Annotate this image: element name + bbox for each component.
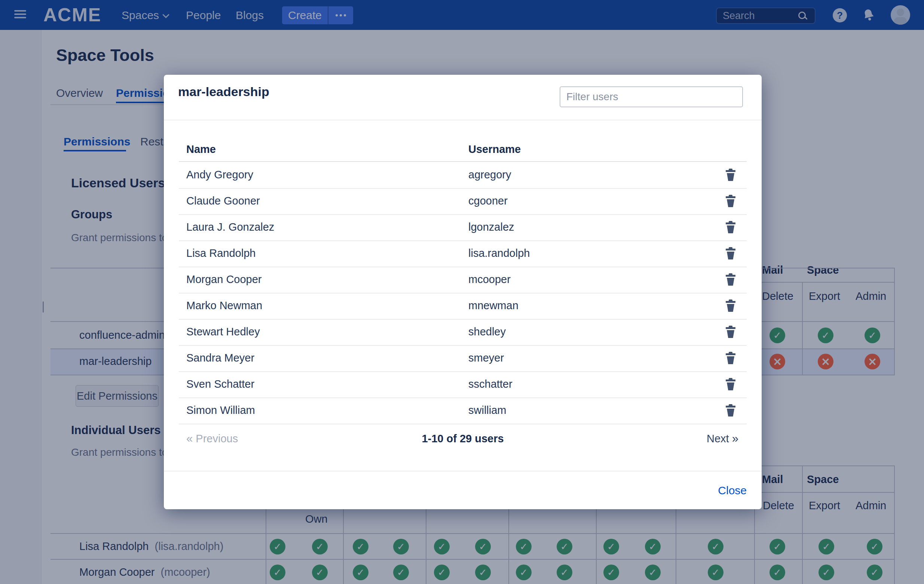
- remove-user-trash-icon[interactable]: [725, 221, 736, 234]
- column-header-name: Name: [186, 143, 216, 156]
- user-username: mcooper: [469, 267, 511, 292]
- user-row: Stewart Hedleyshedley: [179, 319, 747, 346]
- remove-user-trash-icon[interactable]: [725, 404, 736, 417]
- user-username: agregory: [469, 162, 511, 187]
- filter-users-input[interactable]: [559, 86, 743, 107]
- user-name: Sandra Meyer: [186, 345, 254, 370]
- user-name: Andy Gregory: [186, 162, 253, 187]
- user-row: Sven Schattersschatter: [179, 371, 747, 398]
- user-username: mnewman: [469, 293, 518, 318]
- user-username: shedley: [469, 319, 506, 344]
- dialog-footer-divider: [164, 471, 762, 472]
- remove-user-trash-icon[interactable]: [725, 195, 736, 207]
- user-username: cgooner: [469, 188, 508, 214]
- dialog-title: mar-leadership: [178, 84, 269, 99]
- dialog-header-divider: [164, 120, 762, 120]
- user-name: Stewart Hedley: [186, 319, 260, 344]
- user-name: Simon William: [186, 397, 255, 423]
- user-row: Simon Williamswilliam: [179, 397, 747, 424]
- remove-user-trash-icon[interactable]: [725, 378, 736, 391]
- user-name: Sven Schatter: [186, 371, 254, 397]
- user-username: swilliam: [469, 397, 507, 423]
- pagination-range: 1-10 of 29 users: [164, 426, 762, 452]
- column-header-username: Username: [469, 143, 521, 156]
- user-name: Morgan Cooper: [186, 267, 262, 292]
- user-username: smeyer: [469, 345, 504, 370]
- application-window: ACME Spaces People Blogs Create ? ”: [0, 0, 924, 584]
- pagination: « Previous 1-10 of 29 users Next »: [164, 426, 762, 452]
- user-row: Claude Goonercgooner: [179, 188, 747, 215]
- user-username: sschatter: [469, 371, 513, 397]
- user-row: Lisa Randolphlisa.randolph: [179, 240, 747, 267]
- user-username: lisa.randolph: [469, 240, 530, 266]
- remove-user-trash-icon[interactable]: [725, 299, 736, 312]
- remove-user-trash-icon[interactable]: [725, 326, 736, 338]
- user-name: Lisa Randolph: [186, 240, 256, 266]
- user-row: Morgan Coopermcooper: [179, 267, 747, 293]
- user-row: Sandra Meyersmeyer: [179, 345, 747, 372]
- close-dialog-link[interactable]: Close: [718, 484, 747, 497]
- remove-user-trash-icon[interactable]: [725, 247, 736, 260]
- remove-user-trash-icon[interactable]: [725, 352, 736, 365]
- group-members-dialog: mar-leadership Name Username Andy Gregor…: [164, 75, 762, 509]
- user-name: Laura J. Gonzalez: [186, 214, 274, 240]
- remove-user-trash-icon[interactable]: [725, 169, 736, 181]
- remove-user-trash-icon[interactable]: [725, 273, 736, 286]
- user-name: Marko Newman: [186, 293, 262, 318]
- user-row: Marko Newmanmnewman: [179, 293, 747, 320]
- next-page-button[interactable]: Next »: [707, 426, 738, 452]
- user-name: Claude Gooner: [186, 188, 260, 214]
- user-row: Laura J. Gonzalezlgonzalez: [179, 214, 747, 241]
- user-row: Andy Gregoryagregory: [179, 162, 747, 189]
- user-username: lgonzalez: [469, 214, 514, 240]
